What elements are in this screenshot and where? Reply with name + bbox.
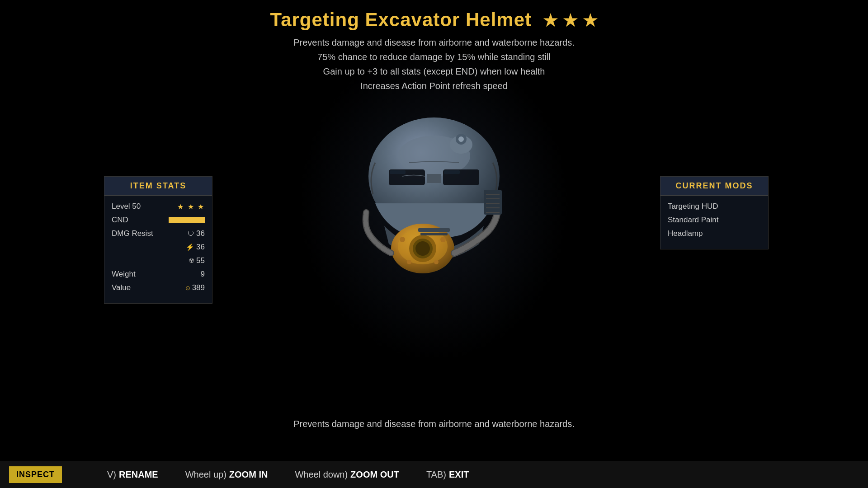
zoom-in-control: Wheel up) ZOOM IN [185, 469, 268, 480]
item-stats-header: ITEM STATS [104, 177, 212, 196]
rad-icon: ☢ [189, 257, 194, 265]
stat-weight-value: 9 [201, 270, 205, 279]
zoom-out-action: ZOOM OUT [350, 469, 399, 480]
svg-point-11 [400, 237, 405, 242]
caps-icon: ⊙ [185, 285, 190, 291]
stat-weight: Weight 9 [112, 270, 205, 279]
desc-line-2: 75% chance to reduce damage by 15% while… [231, 50, 637, 64]
svg-point-12 [440, 237, 446, 242]
svg-rect-24 [418, 228, 450, 232]
item-stats-panel: ITEM STATS Level 50 ★ ★ ★ CND DMG Resist… [104, 176, 212, 304]
stat-level-label: Level 50 [112, 202, 141, 211]
stat-cnd: CND [112, 216, 205, 225]
mod-item-0: Targeting HUD [668, 202, 761, 211]
current-mods-panel: CURRENT MODS Targeting HUD Standard Pain… [660, 176, 769, 249]
zoom-in-action: ZOOM IN [229, 469, 268, 480]
mod-item-1: Standard Paint [668, 216, 761, 225]
mods-body: Targeting HUD Standard Paint Headlamp [660, 196, 768, 249]
helmet-model [321, 72, 547, 325]
stats-body: Level 50 ★ ★ ★ CND DMG Resist 🛡 36 ⚡ 36 [104, 196, 212, 303]
stat-value-label: Value [112, 283, 131, 292]
item-title: Targeting Excavator Helmet ★ ★ ★ [231, 9, 637, 31]
svg-point-13 [407, 260, 411, 264]
shield-icon: 🛡 [188, 230, 194, 238]
svg-rect-25 [420, 233, 448, 235]
stat-dmg-resist: DMG Resist 🛡 36 [112, 229, 205, 238]
stat-value-amount: ⊙ 389 [185, 283, 205, 292]
stat-dmg-label: DMG Resist [112, 229, 153, 238]
helmet-svg [339, 86, 529, 312]
svg-rect-5 [427, 174, 441, 183]
cnd-bar [169, 217, 205, 223]
desc-line-1: Prevents damage and disease from airborn… [231, 35, 637, 50]
svg-rect-3 [390, 170, 406, 174]
stat-level: Level 50 ★ ★ ★ [112, 202, 205, 211]
inspect-badge: INSPECT [9, 466, 62, 483]
exit-control: TAB) EXIT [426, 469, 469, 480]
exit-action: EXIT [449, 469, 469, 480]
stat-cnd-label: CND [112, 216, 128, 225]
stat-dmg-value: 🛡 36 [188, 229, 205, 238]
stat-energy-resist: ⚡ 36 [112, 243, 205, 252]
exit-key: TAB) [426, 469, 446, 480]
rename-action: RENAME [119, 469, 158, 480]
stat-rad-resist: ☢ 55 [112, 256, 205, 265]
bottom-controls-bar: INSPECT V) RENAME Wheel up) ZOOM IN Whee… [0, 461, 868, 488]
lightning-icon: ⚡ [186, 243, 194, 251]
stat-value-row: Value ⊙ 389 [112, 283, 205, 292]
stat-weight-label: Weight [112, 270, 136, 279]
bottom-description: Prevents damage and disease from airborn… [231, 419, 637, 429]
item-stars: ★ ★ ★ [543, 11, 598, 30]
controls-group: V) RENAME Wheel up) ZOOM IN Wheel down) … [107, 469, 469, 480]
mod-item-2: Headlamp [668, 229, 761, 238]
zoom-out-control: Wheel down) ZOOM OUT [295, 469, 399, 480]
zoom-out-key: Wheel down) [295, 469, 348, 480]
stat-rad-value: ☢ 55 [189, 256, 205, 265]
svg-point-23 [458, 136, 464, 142]
stat-cnd-bar-container [169, 217, 205, 223]
svg-point-10 [415, 241, 430, 256]
stat-level-stars: ★ ★ ★ [177, 202, 205, 211]
zoom-in-key: Wheel up) [185, 469, 226, 480]
stat-energy-value: ⚡ 36 [186, 243, 205, 252]
rename-key: V) [107, 469, 116, 480]
item-name-text: Targeting Excavator Helmet [270, 9, 532, 30]
svg-point-14 [434, 260, 439, 264]
svg-rect-15 [484, 190, 502, 215]
rename-control: V) RENAME [107, 469, 158, 480]
svg-rect-4 [444, 170, 460, 174]
current-mods-header: CURRENT MODS [660, 177, 768, 196]
